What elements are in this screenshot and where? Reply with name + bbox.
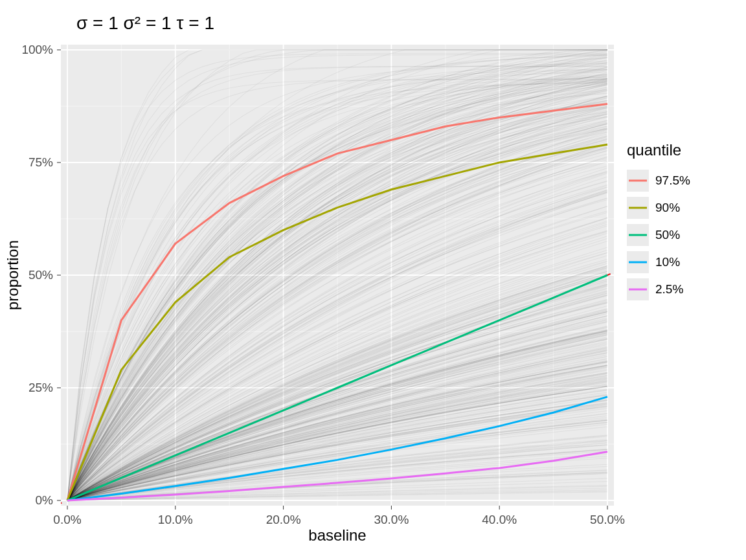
legend-label: 10%	[655, 255, 680, 269]
y-tick-label: 75%	[28, 155, 53, 169]
chart-container: σ = 1 σ² = 1 τ = 1 0.0%10.0%20.0%30.0%40…	[0, 0, 746, 560]
y-axis-title: proportion	[4, 240, 21, 310]
x-tick-label: 0.0%	[53, 513, 81, 526]
y-axis: 0%25%50%75%100%	[21, 43, 61, 507]
x-axis: 0.0%10.0%20.0%30.0%40.0%50.0%	[53, 506, 625, 526]
legend: quantile97.5%90%50%10%2.5%	[627, 141, 690, 300]
x-tick-label: 40.0%	[482, 513, 517, 526]
x-tick-label: 30.0%	[374, 513, 409, 526]
y-tick-label: 25%	[28, 381, 53, 394]
legend-title: quantile	[627, 141, 681, 159]
x-tick-label: 20.0%	[266, 513, 301, 526]
y-tick-label: 50%	[28, 268, 53, 282]
legend-label: 50%	[655, 228, 680, 241]
legend-label: 97.5%	[655, 174, 690, 187]
y-tick-label: 0%	[36, 493, 54, 507]
y-tick-label: 100%	[21, 43, 53, 56]
legend-label: 90%	[655, 201, 680, 214]
chart-title-text: σ = 1 σ² = 1 τ = 1	[76, 13, 214, 33]
legend-label: 2.5%	[655, 282, 683, 296]
x-tick-label: 50.0%	[590, 513, 625, 526]
chart-svg: σ = 1 σ² = 1 τ = 1 0.0%10.0%20.0%30.0%40…	[0, 0, 746, 560]
chart-title: σ = 1 σ² = 1 τ = 1	[76, 13, 214, 33]
x-axis-title: baseline	[308, 526, 366, 544]
x-tick-label: 10.0%	[158, 513, 193, 526]
